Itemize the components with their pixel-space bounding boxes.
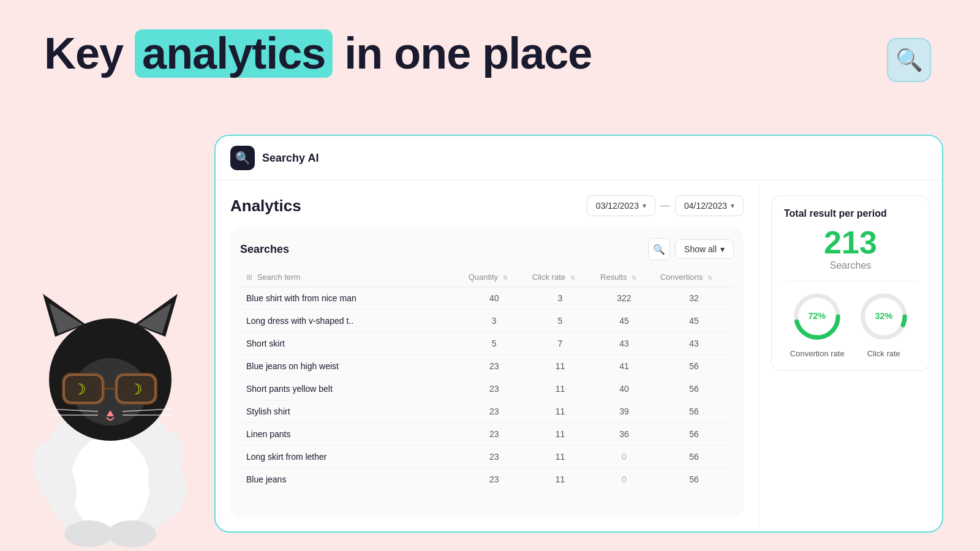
table-header-row: Searches 🔍 Show all ▾ — [240, 238, 734, 260]
table-row: Long skirt from lether 23 11 0 56 — [240, 446, 734, 468]
cell-conversions: 56 — [654, 468, 734, 491]
date-from-picker[interactable]: 03/12/2023 ▾ — [587, 195, 655, 216]
table-row: Linen pants 23 11 36 56 — [240, 423, 734, 446]
cell-conversions: 56 — [654, 355, 734, 378]
cell-results: 0 — [594, 468, 654, 491]
cell-term: Blue jeans on high weist — [240, 355, 462, 378]
left-panel: Analytics 03/12/2023 ▾ — 04/12/2023 ▾ S — [216, 181, 758, 531]
conversion-rate-value: 72% — [809, 311, 826, 321]
cell-conversions: 56 — [654, 378, 734, 400]
table-row: Long dress with v-shaped t.. 3 5 45 45 — [240, 310, 734, 332]
svg-text:☽: ☽ — [129, 381, 143, 397]
show-all-chevron: ▾ — [720, 244, 725, 254]
cell-results: 41 — [594, 355, 654, 378]
cell-term: Short pants yellow belt — [240, 378, 462, 400]
svg-point-22 — [64, 520, 113, 547]
analytics-header: Analytics 03/12/2023 ▾ — 04/12/2023 ▾ — [230, 195, 744, 216]
date-from-value: 03/12/2023 — [596, 201, 639, 211]
click-rate-label: Click rate — [867, 349, 900, 358]
table-section: Searches 🔍 Show all ▾ — [230, 228, 744, 517]
cell-quantity: 23 — [462, 423, 526, 446]
stat-card-title: Total result per period — [784, 208, 917, 219]
search-button[interactable]: 🔍 — [648, 238, 670, 260]
show-all-label: Show all — [684, 244, 717, 254]
click-rate-value: 32% — [875, 311, 892, 321]
cell-results: 322 — [594, 287, 654, 310]
cell-click-rate: 11 — [526, 355, 594, 378]
cell-quantity: 23 — [462, 468, 526, 491]
stat-card: Total result per period 213 Searches 72%… — [771, 195, 930, 371]
cell-term: Long skirt from lether — [240, 446, 462, 468]
cell-term: Short skirt — [240, 332, 462, 355]
col-conversions: Convertions ⇅ — [654, 268, 734, 287]
click-rate-stat: 32% Click rate — [856, 289, 911, 358]
cell-term: Blue shirt with from nice man — [240, 287, 462, 310]
cell-results: 39 — [594, 400, 654, 423]
quantity-sort-icon: ⇅ — [503, 274, 508, 281]
svg-point-1 — [70, 435, 150, 533]
cell-conversions: 56 — [654, 400, 734, 423]
col-search-term: ⊞ Search term — [240, 268, 462, 287]
svg-point-23 — [107, 520, 156, 547]
table-row: Stylish shirt 23 11 39 56 — [240, 400, 734, 423]
conversion-rate-stat: 72% Convertion rate — [790, 289, 845, 358]
app-corner-icon: 🔍 — [895, 47, 923, 73]
hero-title-highlight: analytics — [135, 29, 333, 78]
cell-click-rate: 11 — [526, 378, 594, 400]
stat-sub-label: Searches — [784, 260, 917, 271]
click-rate-sort-icon: ⇅ — [570, 274, 575, 281]
col-results: Results ⇅ — [594, 268, 654, 287]
cell-quantity: 23 — [462, 355, 526, 378]
cell-click-rate: 7 — [526, 332, 594, 355]
topbar-logo: 🔍 — [230, 146, 255, 170]
stat-big-number: 213 — [784, 225, 917, 260]
conversion-donut: 72% — [790, 289, 845, 344]
dashboard-card: 🔍 Searchy AI Analytics 03/12/2023 ▾ — 04… — [214, 135, 943, 533]
click-rate-donut: 32% — [856, 289, 911, 344]
cell-quantity: 40 — [462, 287, 526, 310]
cell-results: 40 — [594, 378, 654, 400]
hero-title: Key analytics in one place — [44, 29, 592, 78]
cell-conversions: 43 — [654, 332, 734, 355]
cell-term: Blue jeans — [240, 468, 462, 491]
results-sort-icon: ⇅ — [631, 274, 636, 281]
analytics-title: Analytics — [230, 197, 301, 216]
hero-title-before: Key — [44, 29, 135, 78]
cell-click-rate: 11 — [526, 423, 594, 446]
cell-term: Long dress with v-shaped t.. — [240, 310, 462, 332]
topbar-logo-icon: 🔍 — [235, 151, 251, 165]
cell-click-rate: 11 — [526, 468, 594, 491]
topbar: 🔍 Searchy AI — [216, 136, 942, 181]
cell-quantity: 3 — [462, 310, 526, 332]
cell-term: Stylish shirt — [240, 400, 462, 423]
cell-conversions: 32 — [654, 287, 734, 310]
table-scroll-area[interactable]: ⊞ Search term Quantity ⇅ Click rate ⇅ — [240, 268, 734, 507]
cell-click-rate: 11 — [526, 446, 594, 468]
date-range: 03/12/2023 ▾ — 04/12/2023 ▾ — [587, 195, 744, 216]
cell-conversions: 56 — [654, 423, 734, 446]
date-to-picker[interactable]: 04/12/2023 ▾ — [675, 195, 744, 216]
date-to-value: 04/12/2023 — [684, 201, 727, 211]
cell-click-rate: 11 — [526, 400, 594, 423]
cell-results: 36 — [594, 423, 654, 446]
table-row: Blue jeans on high weist 23 11 41 56 — [240, 355, 734, 378]
table-body: Blue shirt with from nice man 40 3 322 3… — [240, 287, 734, 491]
cell-click-rate: 5 — [526, 310, 594, 332]
right-panel: Total result per period 213 Searches 72%… — [758, 181, 942, 531]
date-separator: — — [660, 200, 670, 211]
search-term-icon: ⊞ — [246, 273, 252, 282]
show-all-button[interactable]: Show all ▾ — [675, 239, 734, 259]
table-row: Blue shirt with from nice man 40 3 322 3… — [240, 287, 734, 310]
cell-conversions: 56 — [654, 446, 734, 468]
table-row: Blue jeans 23 11 0 56 — [240, 468, 734, 491]
cell-click-rate: 3 — [526, 287, 594, 310]
table-columns-header: ⊞ Search term Quantity ⇅ Click rate ⇅ — [240, 268, 734, 287]
topbar-app-name: Searchy AI — [262, 152, 318, 165]
table-row: Short pants yellow belt 23 11 40 56 — [240, 378, 734, 400]
searches-table: ⊞ Search term Quantity ⇅ Click rate ⇅ — [240, 268, 734, 490]
cell-results: 0 — [594, 446, 654, 468]
col-quantity: Quantity ⇅ — [462, 268, 526, 287]
table-actions: 🔍 Show all ▾ — [648, 238, 734, 260]
date-from-chevron: ▾ — [643, 201, 646, 210]
conversions-sort-icon: ⇅ — [707, 274, 712, 281]
